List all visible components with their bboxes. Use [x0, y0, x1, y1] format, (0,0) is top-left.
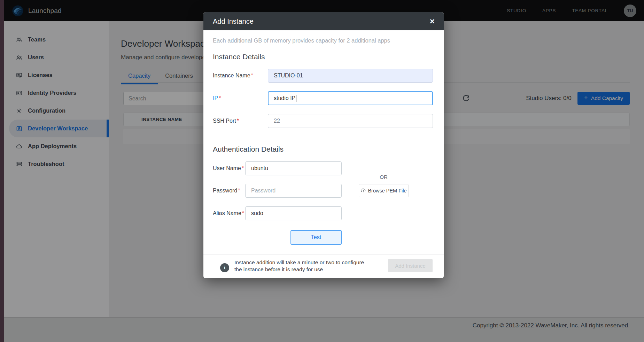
instance-note: Instance addition will take a minute or … — [234, 259, 364, 273]
section-authentication-details: Authentication Details — [213, 145, 284, 153]
ssh-port-label: SSH Port* — [213, 118, 268, 124]
modal-hint: Each additional GB of memory provides ca… — [213, 37, 390, 44]
required-marker: * — [238, 188, 240, 193]
field-row-password: Password* — [213, 184, 342, 198]
or-separator: OR — [359, 174, 409, 180]
add-instance-button[interactable]: Add Instance — [388, 259, 433, 272]
required-marker: * — [251, 73, 253, 78]
password-label: Password* — [213, 188, 245, 194]
close-icon[interactable]: ✕ — [429, 17, 435, 25]
field-row-alias-name: Alias Name* — [213, 206, 342, 220]
field-row-instance-name: Instance Name* — [213, 69, 433, 83]
field-row-ssh-port: SSH Port* — [213, 114, 433, 128]
password-input[interactable] — [245, 184, 342, 198]
modal-header: Add Instance ✕ — [203, 12, 444, 30]
required-marker: * — [242, 210, 244, 216]
field-row-ip: IP* studio IP — [213, 91, 433, 105]
user-name-input[interactable] — [245, 161, 342, 175]
browse-pem-button[interactable]: Browse PEM File — [359, 184, 409, 197]
instance-name-label: Instance Name* — [213, 73, 268, 79]
alias-name-label: Alias Name* — [213, 210, 245, 216]
instance-name-input[interactable] — [268, 69, 433, 83]
text-caret — [296, 95, 296, 102]
ssh-port-input[interactable] — [268, 114, 433, 128]
ip-label: IP* — [213, 95, 268, 101]
user-name-label: User Name* — [213, 165, 245, 172]
note-line-2: the instance before it is ready for use — [234, 266, 364, 273]
alias-name-input[interactable] — [245, 206, 342, 220]
upload-cloud-icon — [360, 188, 367, 194]
note-line-1: Instance addition will take a minute or … — [234, 259, 364, 266]
browse-pem-label: Browse PEM File — [368, 188, 406, 193]
test-button[interactable]: Test — [290, 230, 342, 245]
modal-title: Add Instance — [213, 17, 254, 25]
required-marker: * — [242, 165, 244, 171]
desktop-edge-strip — [0, 0, 4, 342]
modal-footer-divider — [203, 254, 444, 254]
info-icon: i — [220, 263, 229, 272]
add-instance-modal: Add Instance ✕ Each additional GB of mem… — [203, 12, 444, 278]
field-row-user-name: User Name* — [213, 161, 342, 175]
required-marker: * — [237, 118, 239, 124]
ip-input[interactable]: studio IP — [268, 91, 433, 105]
section-instance-details: Instance Details — [213, 53, 265, 61]
screen: Launchpad STUDIO APPS TEAM PORTAL TU Tea… — [0, 0, 644, 342]
required-marker: * — [219, 95, 221, 101]
